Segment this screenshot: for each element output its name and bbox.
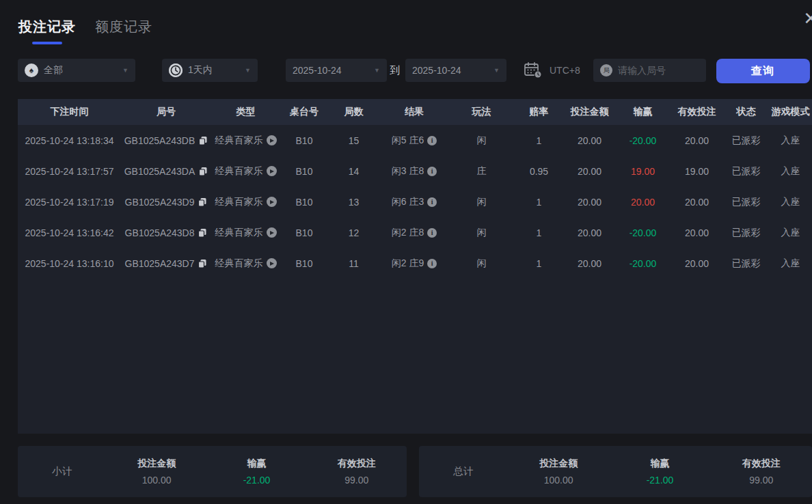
- table-header-row: 下注时间 局号 类型 桌台号 局数 结果 玩法 赔率 投注金额 输赢 有效投注 …: [18, 99, 812, 125]
- tabs: 投注记录 额度记录: [18, 18, 152, 44]
- table-row: 2025-10-24 13:18:34 GB1025A243DB 经典百家乐 B…: [18, 125, 812, 156]
- result-cell: 闲3 庄8 i: [379, 165, 449, 178]
- game-type-select[interactable]: ♠ 全部 ▼: [18, 59, 135, 82]
- round-no: 13: [328, 197, 379, 208]
- tab-quota-records[interactable]: 额度记录: [95, 18, 152, 44]
- game-type: 经典百家乐: [215, 165, 263, 178]
- play: 闲: [449, 227, 514, 239]
- copy-icon[interactable]: [198, 228, 207, 238]
- info-icon[interactable]: i: [427, 136, 437, 145]
- valid-bet: 19.00: [671, 166, 723, 177]
- game-mode: 入座: [769, 257, 812, 270]
- subtotal-panel: 小计 投注金额 100.00 输赢 -21.00 有效投注 99.00: [18, 446, 407, 497]
- play: 庄: [449, 165, 514, 178]
- win-loss: -20.00: [615, 135, 671, 146]
- video-replay-icon[interactable]: [267, 258, 277, 268]
- game-type-cell: 经典百家乐: [211, 227, 280, 239]
- table-no: B10: [280, 227, 328, 238]
- header-win-loss: 输赢: [615, 106, 671, 118]
- bet-time: 2025-10-24 13:18:34: [18, 135, 121, 146]
- time-range-select[interactable]: 1天内 ▼: [162, 59, 258, 82]
- result-cell: 闲6 庄3 i: [379, 196, 449, 208]
- betting-records-panel: ✕ 投注记录 额度记录 ♠ 全部 ▼ 1天内 ▼ 2025-10-24 ▼ 到: [0, 0, 812, 504]
- total-label: 总计: [419, 465, 508, 478]
- header-result: 结果: [379, 106, 449, 118]
- info-icon[interactable]: i: [427, 228, 437, 238]
- game-type-cell: 经典百家乐: [211, 257, 280, 270]
- bet-amount: 20.00: [564, 135, 615, 146]
- copy-icon[interactable]: [198, 167, 208, 176]
- round-no: 14: [328, 166, 379, 177]
- calendar-clock-icon[interactable]: [524, 61, 543, 79]
- video-replay-icon[interactable]: [267, 197, 277, 207]
- status: 已派彩: [723, 135, 769, 147]
- total-win-loss: 输赢 -21.00: [609, 458, 710, 486]
- copy-icon[interactable]: [198, 197, 207, 207]
- bet-amount: 20.00: [564, 197, 615, 208]
- chevron-down-icon: ▼: [245, 67, 251, 74]
- round-search-input[interactable]: [618, 65, 699, 76]
- chevron-down-icon: ▼: [493, 67, 500, 74]
- header-bet-amount: 投注金额: [564, 106, 615, 118]
- info-icon[interactable]: i: [427, 167, 437, 176]
- game-type: 经典百家乐: [215, 257, 263, 270]
- time-range-select-value: 1天内: [188, 64, 213, 76]
- bet-time: 2025-10-24 13:16:42: [18, 227, 121, 238]
- win-loss: -20.00: [615, 258, 671, 269]
- round-search-field[interactable]: 局: [593, 59, 706, 82]
- date-to-select[interactable]: 2025-10-24 ▼: [405, 59, 506, 82]
- round-id-cell: GB1025A243D7: [121, 258, 211, 269]
- valid-bet: 20.00: [671, 197, 723, 208]
- round-id: GB1025A243D7: [125, 258, 195, 269]
- round-badge-icon: 局: [600, 64, 612, 76]
- result-cell: 闲5 庄6 i: [379, 135, 449, 147]
- game-mode: 入座: [769, 196, 812, 208]
- game-type: 经典百家乐: [215, 135, 263, 147]
- game-type-cell: 经典百家乐: [211, 196, 280, 208]
- filter-bar: ♠ 全部 ▼ 1天内 ▼ 2025-10-24 ▼ 到 2025-10-24 ▼: [0, 59, 812, 82]
- game-mode: 入座: [769, 165, 812, 178]
- active-tab-underline: [32, 42, 62, 44]
- odds: 0.95: [514, 166, 564, 177]
- table-row: 2025-10-24 13:17:57 GB1025A243DA 经典百家乐 B…: [18, 156, 812, 186]
- close-icon[interactable]: ✕: [803, 10, 812, 27]
- total-valid-bet: 有效投注 99.00: [711, 458, 812, 486]
- bet-time: 2025-10-24 13:16:10: [18, 258, 121, 269]
- date-from-select[interactable]: 2025-10-24 ▼: [286, 59, 387, 82]
- header-round-id: 局号: [121, 106, 211, 118]
- subtotal-valid-bet: 有效投注 99.00: [307, 458, 407, 486]
- status: 已派彩: [723, 257, 769, 270]
- query-button[interactable]: 查询: [716, 59, 810, 83]
- valid-bet: 20.00: [671, 227, 723, 238]
- round-id-cell: GB1025A243DB: [121, 135, 211, 146]
- round-id-cell: GB1025A243D9: [121, 197, 211, 208]
- result: 闲5 庄6: [392, 135, 424, 147]
- copy-icon[interactable]: [198, 136, 208, 145]
- header-round-no: 局数: [328, 106, 379, 118]
- header-play: 玩法: [449, 106, 514, 118]
- video-replay-icon[interactable]: [267, 135, 277, 145]
- info-icon[interactable]: i: [427, 259, 437, 268]
- status: 已派彩: [723, 196, 769, 208]
- info-icon[interactable]: i: [427, 197, 437, 207]
- table-no: B10: [280, 166, 328, 177]
- bet-amount: 20.00: [564, 258, 615, 269]
- round-id-cell: GB1025A243DA: [121, 166, 211, 177]
- video-replay-icon[interactable]: [267, 166, 277, 176]
- result: 闲2 庄9: [392, 257, 424, 270]
- total-bet-amount: 投注金额 100.00: [508, 458, 609, 486]
- video-replay-icon[interactable]: [267, 227, 277, 238]
- tab-betting-records[interactable]: 投注记录: [18, 18, 76, 44]
- table-row: 2025-10-24 13:16:42 GB1025A243D8 经典百家乐 B…: [18, 217, 812, 248]
- result: 闲2 庄8: [392, 227, 424, 239]
- total-panel: 总计 投注金额 100.00 输赢 -21.00 有效投注 99.00: [419, 446, 812, 497]
- valid-bet: 20.00: [671, 135, 723, 146]
- round-no: 12: [328, 227, 379, 238]
- chevron-down-icon: ▼: [374, 67, 380, 74]
- header-table-no: 桌台号: [280, 106, 328, 118]
- table-no: B10: [280, 197, 328, 208]
- clock-icon: [169, 64, 182, 77]
- bet-amount: 20.00: [564, 166, 615, 177]
- round-id: GB1025A243DA: [124, 166, 195, 177]
- copy-icon[interactable]: [198, 259, 207, 268]
